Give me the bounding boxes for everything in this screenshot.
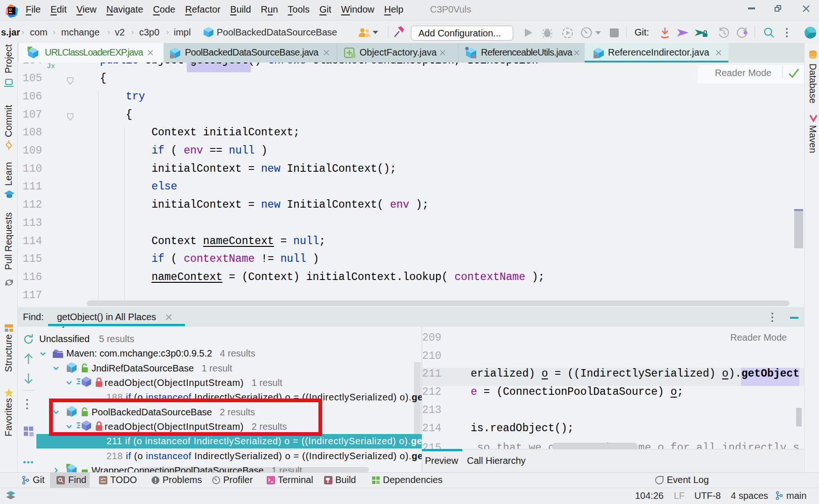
svg-text:IJ: IJ xyxy=(9,8,12,11)
